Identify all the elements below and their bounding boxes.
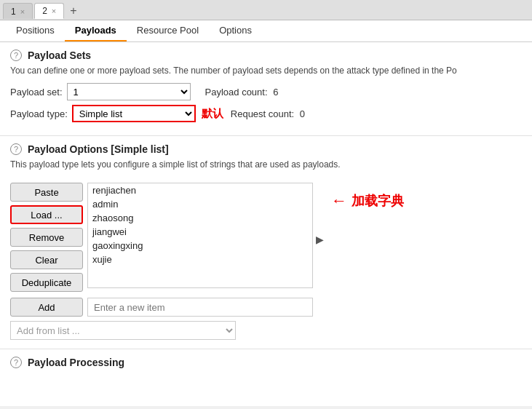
request-count-label: Request count: (231, 108, 294, 119)
payload-options-section: ? Payload Options [Simple list] This pay… (0, 136, 532, 349)
add-from-list-select[interactable]: Add from list ... (10, 321, 236, 340)
tab-bar: 1 × 2 × + (0, 0, 532, 20)
payload-processing-section: ? Payload Processing (0, 349, 532, 380)
tab-payloads[interactable]: Payloads (65, 20, 127, 41)
list-item[interactable]: zhaosong (88, 211, 312, 225)
payload-type-label: Payload type: (10, 108, 68, 119)
tab-options[interactable]: Options (209, 20, 262, 41)
payload-sets-title: Payload Sets (28, 49, 91, 61)
payload-count-info: Payload count: 6 (205, 87, 279, 98)
payload-sets-header: ? Payload Sets (10, 49, 522, 61)
payload-set-select[interactable]: 1 2 3 (67, 83, 191, 100)
payload-count-label: Payload count: (205, 87, 268, 98)
payload-processing-header: ? Payload Processing (10, 357, 522, 368)
add-input[interactable] (87, 298, 313, 317)
list-item[interactable]: gaoxingxing (88, 239, 312, 253)
payload-options-title: Payload Options [Simple list] (28, 143, 169, 155)
payload-options-header: ? Payload Options [Simple list] (10, 143, 522, 155)
scroll-arrow: ▶ (316, 234, 324, 245)
list-item[interactable]: renjiachen (88, 183, 312, 197)
payload-options-area: Paste Load ... Remove Clear Deduplicate … (10, 183, 324, 292)
tab-2-close[interactable]: × (52, 7, 56, 15)
add-row: Add (10, 298, 522, 317)
payload-sets-section: ? Payload Sets You can define one or mor… (0, 42, 532, 136)
load-arrow-icon: ← (331, 191, 347, 210)
payload-list-wrapper: renjiachenadminzhaosongjiangweigaoxingxi… (87, 183, 313, 288)
payload-type-select[interactable]: Simple list Runtime file Custom iterator… (72, 105, 196, 122)
tab-2[interactable]: 2 × (34, 3, 64, 19)
load-annotation-text: 加载字典 (352, 192, 404, 210)
paste-button[interactable]: Paste (10, 183, 83, 202)
nav-tabs: Positions Payloads Resource Pool Options (0, 20, 532, 42)
request-count-value: 0 (300, 108, 305, 119)
request-count-info: Request count: 0 (231, 108, 305, 119)
add-from-list-row: Add from list ... (10, 321, 522, 340)
list-item[interactable]: xujie (88, 253, 312, 266)
payload-sets-desc: You can define one or more payload sets.… (10, 65, 522, 76)
default-annotation: 默认 (202, 107, 223, 121)
load-annotation: ← 加载字典 (331, 191, 404, 210)
payload-buttons: Paste Load ... Remove Clear Deduplicate (10, 183, 83, 292)
tab-2-label: 2 (42, 6, 47, 16)
payload-processing-help-icon[interactable]: ? (10, 357, 22, 368)
payload-processing-title: Payload Processing (28, 357, 124, 368)
tab-positions[interactable]: Positions (6, 20, 65, 41)
tab-resource-pool[interactable]: Resource Pool (127, 20, 209, 41)
tab-1[interactable]: 1 × (3, 3, 33, 19)
deduplicate-button[interactable]: Deduplicate (10, 273, 83, 292)
tab-1-label: 1 (11, 7, 16, 17)
tab-add-button[interactable]: + (65, 3, 81, 19)
payload-options-help-icon[interactable]: ? (10, 143, 22, 155)
remove-button[interactable]: Remove (10, 228, 83, 247)
payload-list[interactable]: renjiachenadminzhaosongjiangweigaoxingxi… (87, 183, 313, 288)
payload-options-desc: This payload type lets you configure a s… (10, 159, 522, 170)
list-item[interactable]: admin (88, 197, 312, 211)
load-button[interactable]: Load ... (10, 205, 83, 224)
add-button[interactable]: Add (10, 298, 83, 317)
clear-button[interactable]: Clear (10, 250, 83, 269)
payload-count-value: 6 (273, 87, 278, 98)
main-content: ? Payload Sets You can define one or mor… (0, 42, 532, 406)
list-item[interactable]: jiangwei (88, 225, 312, 239)
payload-set-label: Payload set: (10, 87, 63, 98)
payload-set-row: Payload set: 1 2 3 Payload count: 6 (10, 83, 522, 100)
tab-1-close[interactable]: × (20, 7, 25, 16)
payload-type-row: Payload type: Simple list Runtime file C… (10, 105, 522, 122)
payload-sets-help-icon[interactable]: ? (10, 49, 22, 61)
